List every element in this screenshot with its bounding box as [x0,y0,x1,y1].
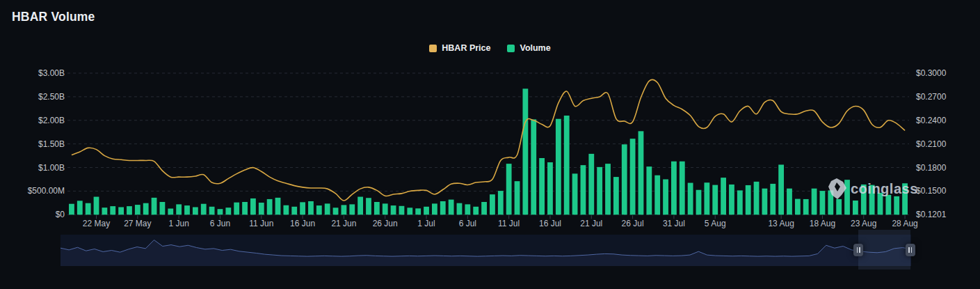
svg-text:11 Jul: 11 Jul [498,219,520,228]
svg-text:$0.1800: $0.1800 [916,163,947,173]
svg-text:$3.00B: $3.00B [38,68,65,78]
svg-text:16 Jul: 16 Jul [539,219,561,228]
volume-price-chart[interactable]: $3.00B$2.50B$2.00B$1.50B$1.00B$500.00M$0… [0,0,980,233]
svg-text:13 Aug: 13 Aug [768,219,794,228]
x-axis-labels: 22 May27 May1 Jun6 Jun11 Jun16 Jun21 Jun… [83,215,918,228]
svg-text:$2.00B: $2.00B [38,116,65,125]
navigator-minichart [61,235,911,266]
svg-text:5 Aug: 5 Aug [705,219,726,228]
svg-text:$0.1201: $0.1201 [916,210,947,219]
svg-text:$0.1500: $0.1500 [916,186,947,196]
svg-text:18 Aug: 18 Aug [810,219,835,228]
navigator-right-handle[interactable] [906,244,915,256]
svg-text:$0: $0 [56,210,65,219]
svg-text:22 May: 22 May [83,219,110,228]
svg-text:1 Jun: 1 Jun [168,219,188,228]
volume-bars [69,88,908,214]
range-navigator[interactable] [61,235,911,266]
svg-text:21 Jun: 21 Jun [331,219,356,228]
svg-text:$2.50B: $2.50B [38,92,65,102]
y-axis-right-labels: $0.3000$0.2700$0.2400$0.2100$0.1800$0.15… [916,68,947,219]
svg-text:21 Jul: 21 Jul [580,219,602,228]
svg-text:$0.2400: $0.2400 [916,116,947,125]
svg-text:6 Jun: 6 Jun [210,219,230,228]
svg-text:$0.2700: $0.2700 [916,92,947,102]
svg-text:26 Jul: 26 Jul [622,219,644,228]
svg-text:$0.3000: $0.3000 [916,68,947,78]
svg-text:11 Jun: 11 Jun [249,219,273,228]
hbar-volume-page: HBAR Volume HBAR Price Volume $3.00B$2.5… [0,0,980,289]
navigator-left-handle[interactable] [853,244,863,256]
svg-text:28 Aug: 28 Aug [892,219,917,228]
svg-text:16 Jun: 16 Jun [290,219,315,228]
svg-text:$1.00B: $1.00B [38,163,65,173]
svg-text:$1.50B: $1.50B [38,139,65,149]
svg-text:1 Jul: 1 Jul [417,219,435,228]
svg-text:27 May: 27 May [124,219,151,228]
svg-text:$500.00M: $500.00M [28,186,65,196]
svg-text:$0.2100: $0.2100 [916,139,947,149]
svg-text:6 Jul: 6 Jul [459,219,476,228]
svg-text:31 Jul: 31 Jul [663,219,685,228]
navigator-selection[interactable] [858,230,910,270]
svg-text:23 Aug: 23 Aug [851,219,876,228]
svg-text:26 Jun: 26 Jun [373,219,398,228]
y-axis-left-labels: $3.00B$2.50B$2.00B$1.50B$1.00B$500.00M$0 [28,68,65,219]
